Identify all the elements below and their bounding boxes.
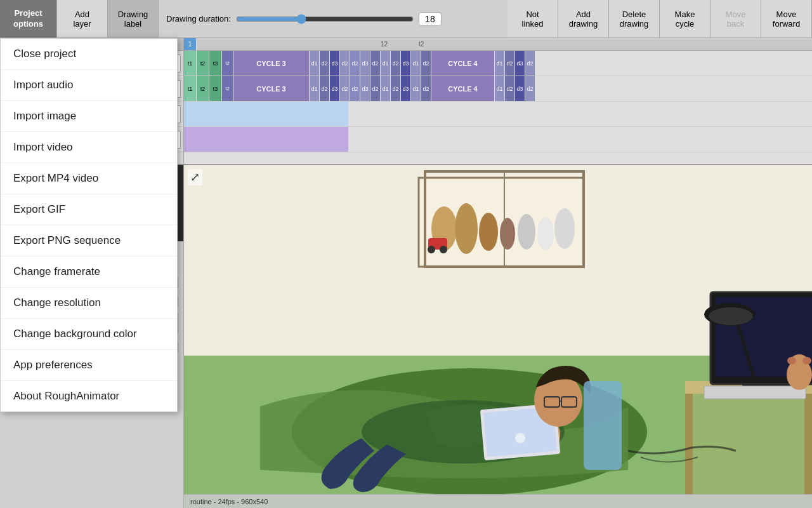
timeline-cell[interactable]: d2 <box>505 51 515 76</box>
menu-item-close-project[interactable]: Close project <box>1 39 177 70</box>
timeline-cell[interactable]: d3 <box>401 51 411 76</box>
timeline-cell[interactable]: d2 <box>505 76 515 101</box>
svg-point-38 <box>802 357 811 364</box>
svg-point-12 <box>428 246 435 253</box>
timeline-cell[interactable]: d3 <box>330 76 340 101</box>
delete-drawing-button[interactable]: Delete drawing <box>609 0 660 37</box>
timeline-cell[interactable]: d2 <box>370 76 381 101</box>
timeline-cell[interactable]: d2 <box>391 51 401 76</box>
svg-rect-26 <box>804 394 812 495</box>
menu-item-export-mp4[interactable]: Export MP4 video <box>1 163 177 194</box>
menu-item-change-resolution[interactable]: Change resolution <box>1 288 177 319</box>
add-drawing-label: Add drawing <box>569 10 598 29</box>
add-layer-button[interactable]: Add layer <box>57 0 108 37</box>
timeline-cell[interactable]: d2 <box>340 51 350 76</box>
timeline-cell[interactable]: t3 <box>209 51 222 76</box>
svg-rect-24 <box>685 394 812 495</box>
timeline-cell[interactable]: d2 <box>320 76 330 101</box>
svg-point-17 <box>515 433 525 443</box>
svg-point-33 <box>709 307 753 325</box>
not-linked-label: Not linked <box>522 10 544 29</box>
frame-number-1[interactable]: 1 <box>184 38 197 50</box>
svg-point-6 <box>479 213 498 251</box>
project-options-button[interactable]: Project options <box>0 0 57 37</box>
timeline-cell[interactable]: d3 <box>515 51 525 76</box>
timeline-cell[interactable]: t2 <box>222 76 233 101</box>
menu-item-export-png[interactable]: Export PNG sequence <box>1 225 177 257</box>
timeline-cell[interactable]: d2 <box>350 51 360 76</box>
timeline-row-3 <box>184 127 812 152</box>
timeline-cell[interactable]: t2 <box>197 51 209 76</box>
timeline-cell[interactable]: t1 <box>184 51 197 76</box>
menu-item-import-image[interactable]: Import image <box>1 101 177 132</box>
menu-item-import-video[interactable]: Import video <box>1 132 177 163</box>
svg-point-37 <box>787 357 796 364</box>
timeline-cell[interactable]: t2 <box>222 51 233 76</box>
move-forward-button[interactable]: Move forward <box>761 0 812 37</box>
frames-header: 1 12 t2 <box>184 38 812 51</box>
timeline-cell[interactable]: d2 <box>525 76 535 101</box>
timeline-row-0: t1 t2 t3 t2 CYCLE 3 d1 d2 d3 d2 d2 d3 d2… <box>184 51 812 76</box>
svg-point-8 <box>518 214 535 250</box>
menu-item-export-gif[interactable]: Export GIF <box>1 194 177 225</box>
timeline-cell[interactable]: d1 <box>411 51 421 76</box>
timeline-cell[interactable]: t3 <box>209 76 222 101</box>
timeline-cell-cycle4[interactable]: CYCLE 4 <box>431 51 495 76</box>
timeline-cell[interactable]: d2 <box>391 76 401 101</box>
timeline-cell[interactable]: d2 <box>421 76 431 101</box>
status-text: routine - 24fps - 960x540 <box>190 498 268 505</box>
timeline-cell-purple[interactable] <box>184 127 349 152</box>
timeline-cell[interactable]: d3 <box>360 51 370 76</box>
svg-point-13 <box>440 246 447 253</box>
timeline-cell[interactable]: d2 <box>340 76 350 101</box>
timeline-cell[interactable]: d2 <box>370 51 381 76</box>
timeline-cell[interactable]: d3 <box>401 76 411 101</box>
timeline-content: 1 12 t2 t1 t2 t3 t2 CYCLE 3 d1 <box>184 38 812 164</box>
project-options-menu: Close project Import audio Import image … <box>0 38 178 412</box>
timeline-cell[interactable]: t1 <box>184 76 197 101</box>
timeline-cell[interactable]: d1 <box>310 51 320 76</box>
timeline-cell[interactable]: d2 <box>350 76 360 101</box>
timeline-cell[interactable]: d2 <box>525 51 535 76</box>
timeline-row-2 <box>184 102 812 127</box>
menu-item-about[interactable]: About RoughAnimator <box>1 381 177 411</box>
move-forward-label: Move forward <box>773 10 800 29</box>
timeline-cell[interactable]: t2 <box>197 76 209 101</box>
project-options-label: Project options <box>13 8 43 30</box>
timeline-cell[interactable]: d1 <box>381 76 391 101</box>
add-layer-label: Add layer <box>73 10 91 29</box>
timeline-cell[interactable]: d2 <box>421 51 431 76</box>
canvas-scene <box>184 165 812 508</box>
drawing-label-button[interactable]: Drawing label <box>108 0 159 37</box>
menu-item-import-audio[interactable]: Import audio <box>1 70 177 101</box>
menu-item-change-bg-color[interactable]: Change background color <box>1 319 177 350</box>
move-back-label: Move back <box>726 10 746 29</box>
timeline-cell[interactable]: d3 <box>330 51 340 76</box>
timeline-cell[interactable]: d3 <box>360 76 370 101</box>
make-cycle-button[interactable]: Make cycle <box>660 0 710 37</box>
add-drawing-button[interactable]: Add drawing <box>558 0 609 37</box>
timeline-cell[interactable]: d1 <box>411 76 421 101</box>
timeline-cell[interactable]: d1 <box>381 51 391 76</box>
timeline-cell[interactable]: d1 <box>495 51 505 76</box>
timeline-cell-cycle[interactable]: CYCLE 3 <box>233 76 310 101</box>
timeline-cell[interactable]: d1 <box>310 76 320 101</box>
delete-drawing-label: Delete drawing <box>620 10 649 29</box>
timeline-cell-cycle[interactable]: CYCLE 3 <box>233 51 310 76</box>
svg-point-9 <box>537 217 554 250</box>
drawing-duration-area: Drawing duration: 18 <box>159 0 508 37</box>
timeline-cell-cycle4[interactable]: CYCLE 4 <box>431 76 495 101</box>
menu-item-change-framerate[interactable]: Change framerate <box>1 257 177 288</box>
timeline-cell[interactable]: d3 <box>515 76 525 101</box>
move-back-button[interactable]: Move back <box>710 0 761 37</box>
timeline-cell[interactable]: d1 <box>495 76 505 101</box>
not-linked-button[interactable]: Not linked <box>508 0 558 37</box>
svg-rect-25 <box>685 394 693 495</box>
make-cycle-label: Make cycle <box>675 10 695 29</box>
menu-item-app-preferences[interactable]: App preferences <box>1 350 177 381</box>
timeline-cell-empty[interactable] <box>184 102 349 126</box>
timeline-cell[interactable]: d2 <box>320 51 330 76</box>
canvas-area: ⤢ <box>184 165 812 508</box>
duration-slider[interactable] <box>236 14 414 24</box>
expand-icon[interactable]: ⤢ <box>188 169 202 185</box>
